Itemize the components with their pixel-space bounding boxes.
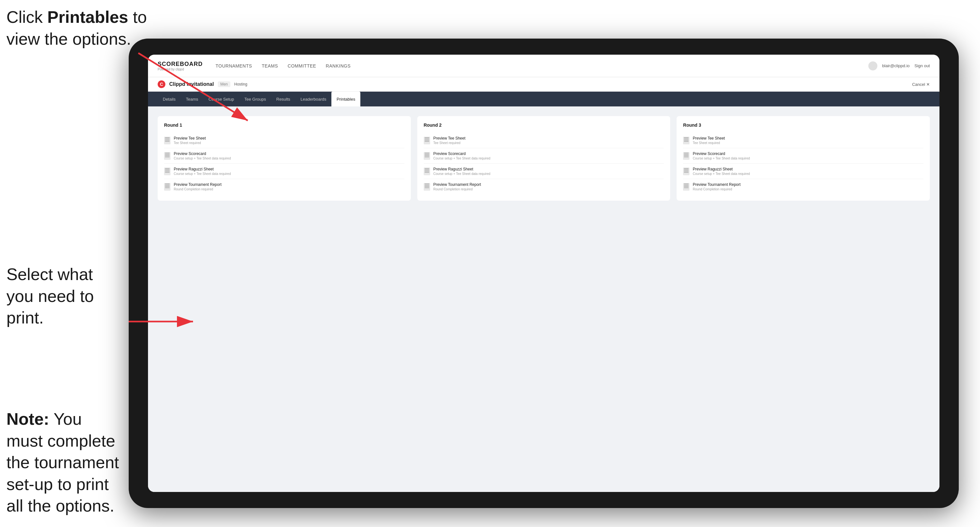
round-2-tee-sheet[interactable]: Preview Tee Sheet Tee Sheet required xyxy=(424,133,664,148)
annotation-middle: Select what you need to print. xyxy=(6,264,122,329)
tournament-report-sublabel: Round Completion required xyxy=(174,187,222,191)
tee-sheet-icon xyxy=(164,137,170,144)
round-2-title: Round 2 xyxy=(424,122,664,128)
r2-tournament-report-sublabel: Round Completion required xyxy=(433,187,481,191)
scorecard-label: Preview Scorecard xyxy=(174,151,231,156)
tournament-report-icon xyxy=(164,183,170,190)
r3-scorecard-label: Preview Scorecard xyxy=(693,151,749,156)
r3-tournament-report-icon xyxy=(683,183,689,190)
round-3-section: Round 3 Preview Tee Sheet Tee Sheet requ… xyxy=(677,116,930,201)
round-2-section: Round 2 Preview Tee Sheet Tee Sheet requ… xyxy=(417,116,670,201)
round-2-tournament-report[interactable]: Preview Tournament Report Round Completi… xyxy=(424,179,664,194)
round-1-scorecard[interactable]: Preview Scorecard Course setup + Tee She… xyxy=(164,148,404,163)
round-1-tee-sheet[interactable]: Preview Tee Sheet Tee Sheet required xyxy=(164,133,404,148)
r3-tournament-report-sublabel: Round Completion required xyxy=(693,187,741,191)
rounds-grid: Round 1 Preview Tee Sheet Tee Sheet requ… xyxy=(158,116,930,201)
round-2-raguzzi[interactable]: Preview Raguzzi Sheet Course setup + Tee… xyxy=(424,163,664,179)
r2-tournament-report-icon xyxy=(424,183,430,190)
r3-tournament-report-label: Preview Tournament Report xyxy=(693,182,741,187)
tournament-report-label: Preview Tournament Report xyxy=(174,182,222,187)
nav-rankings[interactable]: RANKINGS xyxy=(326,62,351,70)
r2-tee-sheet-icon xyxy=(424,137,430,144)
r2-tee-sheet-label: Preview Tee Sheet xyxy=(433,136,466,141)
tab-results[interactable]: Results xyxy=(271,92,295,106)
round-3-tournament-report[interactable]: Preview Tournament Report Round Completi… xyxy=(683,179,923,194)
round-3-raguzzi[interactable]: Preview Raguzzi Sheet Course setup + Tee… xyxy=(683,163,923,179)
r3-raguzzi-icon xyxy=(683,168,689,175)
user-avatar xyxy=(869,62,877,70)
r3-scorecard-icon xyxy=(683,152,689,160)
r3-scorecard-sublabel: Course setup + Tee Sheet data required xyxy=(693,157,749,160)
r2-tee-sheet-sublabel: Tee Sheet required xyxy=(433,141,466,145)
top-nav-items: TOURNAMENTS TEAMS COMMITTEE RANKINGS xyxy=(216,62,869,70)
raguzzi-sublabel: Course setup + Tee Sheet data required xyxy=(174,172,231,176)
tee-sheet-label: Preview Tee Sheet xyxy=(174,136,206,141)
round-3-tee-sheet[interactable]: Preview Tee Sheet Tee Sheet required xyxy=(683,133,923,148)
main-content: Round 1 Preview Tee Sheet Tee Sheet requ… xyxy=(148,106,939,492)
user-email: blair@clippd.io xyxy=(882,63,910,68)
top-nav-right: blair@clippd.io Sign out xyxy=(869,62,930,70)
r2-scorecard-icon xyxy=(424,152,430,160)
r2-scorecard-label: Preview Scorecard xyxy=(433,151,490,156)
tab-printables[interactable]: Printables xyxy=(331,92,360,106)
r2-tournament-report-label: Preview Tournament Report xyxy=(433,182,481,187)
raguzzi-label: Preview Raguzzi Sheet xyxy=(174,167,231,171)
r2-raguzzi-icon xyxy=(424,168,430,175)
arrow-top-annotation xyxy=(113,50,274,133)
round-3-title: Round 3 xyxy=(683,122,923,128)
tee-sheet-sublabel: Tee Sheet required xyxy=(174,141,206,145)
tab-leaderboards[interactable]: Leaderboards xyxy=(295,92,331,106)
r2-raguzzi-sublabel: Course setup + Tee Sheet data required xyxy=(433,172,490,176)
sign-out-link[interactable]: Sign out xyxy=(914,63,930,68)
nav-committee[interactable]: COMMITTEE xyxy=(288,62,316,70)
round-1-raguzzi[interactable]: Preview Raguzzi Sheet Course setup + Tee… xyxy=(164,163,404,179)
r2-raguzzi-label: Preview Raguzzi Sheet xyxy=(433,167,490,171)
scorecard-icon xyxy=(164,152,170,160)
scorecard-sublabel: Course setup + Tee Sheet data required xyxy=(174,157,231,160)
r3-tee-sheet-icon xyxy=(683,137,689,144)
round-2-scorecard[interactable]: Preview Scorecard Course setup + Tee She… xyxy=(424,148,664,163)
r3-tee-sheet-sublabel: Tee Sheet required xyxy=(693,141,725,145)
raguzzi-icon xyxy=(164,168,170,175)
r3-raguzzi-sublabel: Course setup + Tee Sheet data required xyxy=(693,172,749,176)
round-3-scorecard[interactable]: Preview Scorecard Course setup + Tee She… xyxy=(683,148,923,163)
annotation-bottom: Note: You must complete the tournament s… xyxy=(6,408,122,517)
r3-tee-sheet-label: Preview Tee Sheet xyxy=(693,136,725,141)
r3-raguzzi-label: Preview Raguzzi Sheet xyxy=(693,167,749,171)
round-1-tournament-report[interactable]: Preview Tournament Report Round Completi… xyxy=(164,179,404,194)
arrow-middle-annotation xyxy=(113,305,209,338)
r2-scorecard-sublabel: Course setup + Tee Sheet data required xyxy=(433,157,490,160)
cancel-button[interactable]: Cancel ✕ xyxy=(912,82,930,87)
annotation-top: Click Printables toview the options. xyxy=(6,6,147,50)
